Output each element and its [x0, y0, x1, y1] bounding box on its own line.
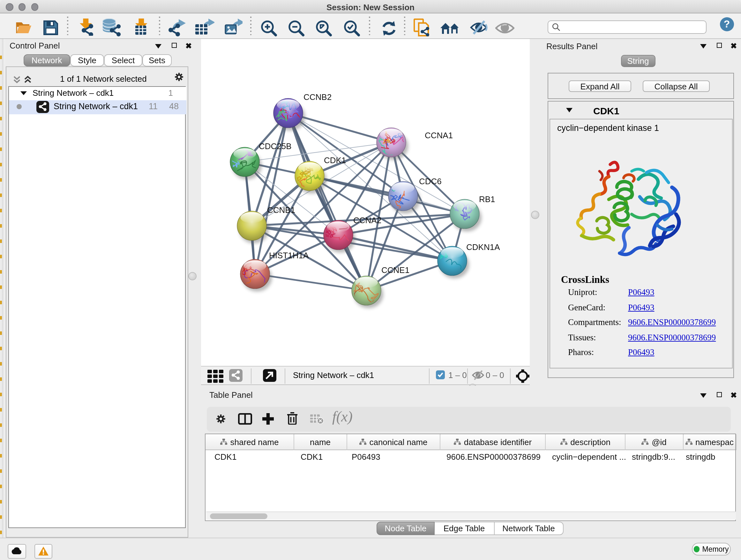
svg-text:CCNA2: CCNA2	[353, 215, 381, 225]
svg-text:CCNB2: CCNB2	[303, 92, 331, 102]
svg-text:CCNB1: CCNB1	[267, 205, 295, 214]
svg-text:HIST1H1A: HIST1H1A	[269, 250, 309, 260]
svg-text:CDC6: CDC6	[419, 176, 441, 186]
svg-text:CCNE1: CCNE1	[381, 265, 409, 274]
svg-text:CDKN1A: CDKN1A	[466, 242, 500, 252]
svg-text:CCNA1: CCNA1	[424, 130, 453, 140]
svg-text:CDC25B: CDC25B	[259, 141, 291, 151]
svg-text:CDK1: CDK1	[324, 155, 346, 165]
svg-text:RB1: RB1	[479, 194, 495, 204]
